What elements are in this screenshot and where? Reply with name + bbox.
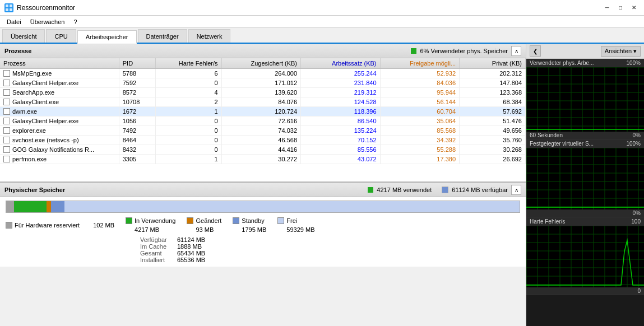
cell-process: GalaxyClient.exe [0,97,119,107]
menu-datei[interactable]: Datei [2,17,26,26]
tab-datentrager[interactable]: Datenträger [138,29,187,43]
cell-freigabe: 52.932 [380,69,460,78]
left-panel: Prozesse 6% Verwendeter phys. Speicher ∧… [0,44,526,326]
memory-used-label: 4217 MB verwendet [377,187,432,193]
table-row[interactable]: perfmon.exe 3305 1 30.272 43.072 17.380 … [0,155,526,164]
graph2-val: 0% [633,210,641,216]
cell-freigabe: 56.144 [380,97,460,107]
process-checkbox[interactable] [3,156,10,162]
process-checkbox[interactable] [3,80,10,86]
cell-zugesichert: 46.568 [221,136,301,145]
process-checkbox[interactable] [3,89,10,96]
cell-freigabe: 35.064 [380,117,460,126]
maximize-button[interactable]: □ [615,2,626,13]
process-name: explorer.exe [12,127,46,134]
process-name: GalaxyClient Helper.exe [12,118,78,124]
titlebar-left: Ressourcenmonitor [4,3,75,12]
process-checkbox[interactable] [3,70,10,77]
cell-harte: 4 [155,88,221,97]
processes-collapse-btn[interactable]: ∧ [511,46,521,56]
memory-content: Für Hardware reserviert 102 MB In Verwen… [0,197,526,267]
process-checkbox[interactable] [3,118,10,124]
cell-harte: 0 [155,145,221,155]
table-row[interactable]: GalaxyClient.exe 10708 2 84.076 124.528 … [0,97,526,107]
ansichten-chevron: ▾ [633,48,637,55]
col-harte[interactable]: Harte Fehler/s [155,58,221,69]
cell-privat: 68.384 [460,97,526,107]
legend-modified: Geändert 93 MB [187,217,221,233]
legend-standby-value: 1795 MB [233,226,266,233]
process-table-wrapper[interactable]: Prozess PID Harte Fehler/s Zugesichert (… [0,58,526,181]
cell-zugesichert: 84.076 [221,97,301,107]
tab-cpu[interactable]: CPU [46,29,76,43]
process-checkbox[interactable] [3,99,10,105]
col-freigabe[interactable]: Freigabe mögli... [380,58,460,69]
cell-pid: 10708 [119,97,155,107]
memory-collapse-btn[interactable]: ∧ [511,185,521,195]
col-privat[interactable]: Privat (KB) [460,58,526,69]
cell-arbeitssatz: 219.312 [301,88,381,97]
tab-arbeitsspeicher[interactable]: Arbeitsspeicher [77,30,137,44]
cell-process: SearchApp.exe [0,88,119,97]
mem-reserved-bar [6,201,14,212]
process-name: GalaxyClient.exe [12,99,59,105]
processes-header-right: 6% Verwendeter phys. Speicher ∧ [411,46,521,56]
table-row[interactable]: SearchApp.exe 8572 4 139.620 219.312 95.… [0,88,526,97]
cell-privat: 35.760 [460,136,526,145]
cell-arbeitssatz: 70.152 [301,136,381,145]
process-name: svchost.exe (netsvcs -p) [12,137,79,143]
table-row[interactable]: GalaxyClient Helper.exe 1056 0 72.616 86… [0,117,526,126]
cell-process: svchost.exe (netsvcs -p) [0,136,119,145]
svg-rect-2 [6,8,8,11]
menu-help[interactable]: ? [69,17,81,26]
menu-uberwachen[interactable]: Überwachen [26,17,70,26]
cell-privat: 147.804 [460,78,526,88]
processes-header-left: Prozesse [4,48,31,54]
memory-legend: Für Hardware reserviert 102 MB In Verwen… [6,217,520,233]
minimize-button[interactable]: ─ [601,2,613,13]
process-checkbox[interactable] [3,127,10,134]
cell-pid: 3305 [119,155,155,164]
menubar: Datei Überwachen ? [0,16,644,28]
memory-bar [6,201,520,213]
process-checkbox[interactable] [3,108,10,115]
col-zugesichert[interactable]: Zugesichert (KB) [221,58,301,69]
col-pid[interactable]: PID [119,58,155,69]
cell-harte: 0 [155,126,221,136]
memory-stats: Verfügbar 61124 MB Im Cache 1888 MB Gesa… [6,236,520,263]
table-row[interactable]: dwm.exe 1672 1 120.724 118.396 60.704 57… [0,107,526,117]
cell-process: MsMpEng.exe [0,69,119,78]
tab-ubersicht[interactable]: Übersicht [2,29,45,43]
cell-arbeitssatz: 86.540 [301,117,381,126]
process-checkbox[interactable] [3,137,10,143]
legend-reserved-color [6,222,12,229]
graph2-title: Festgelegter virtueller S... [530,141,594,147]
graph-virtual: Festgelegter virtueller S... 100% 0% [526,139,644,217]
stat-installiert: Installiert 65536 MB [140,257,205,263]
tab-netzwerk[interactable]: Netzwerk [188,29,231,43]
table-row[interactable]: svchost.exe (netsvcs -p) 8464 0 46.568 7… [0,136,526,145]
cell-harte: 0 [155,78,221,88]
process-name: GalaxyClient Helper.exe [12,80,78,86]
table-row[interactable]: MsMpEng.exe 5788 6 264.000 255.244 52.93… [0,69,526,78]
process-table: Prozess PID Harte Fehler/s Zugesichert (… [0,58,526,164]
process-checkbox[interactable] [3,146,10,153]
table-row[interactable]: GOG Galaxy Notifications R... 8432 0 44.… [0,145,526,155]
table-row[interactable]: explorer.exe 7492 0 74.032 135.224 85.56… [0,126,526,136]
stat-verfugbar: Verfügbar 61124 MB [140,236,205,243]
col-arbeitssatz[interactable]: Arbeitssatz (KB) [301,58,381,69]
cell-privat: 26.692 [460,155,526,164]
close-button[interactable]: ✕ [628,2,640,13]
legend-used: In Verwendung 4217 MB [126,217,175,233]
cell-harte: 1 [155,155,221,164]
legend-free-color [277,217,284,224]
table-row[interactable]: GalaxyClient Helper.exe 7592 0 171.012 2… [0,78,526,88]
col-process[interactable]: Prozess [0,58,119,69]
cell-arbeitssatz: 118.396 [301,107,381,117]
cell-arbeitssatz: 124.528 [301,97,381,107]
graph1-bottom: 60 Sekunden 0% [526,132,644,139]
nav-back-btn[interactable]: ❮ [530,45,541,57]
mem-free-bar [64,201,520,212]
graph1-val: 0% [633,132,641,138]
ansichten-button[interactable]: Ansichten ▾ [601,46,641,57]
